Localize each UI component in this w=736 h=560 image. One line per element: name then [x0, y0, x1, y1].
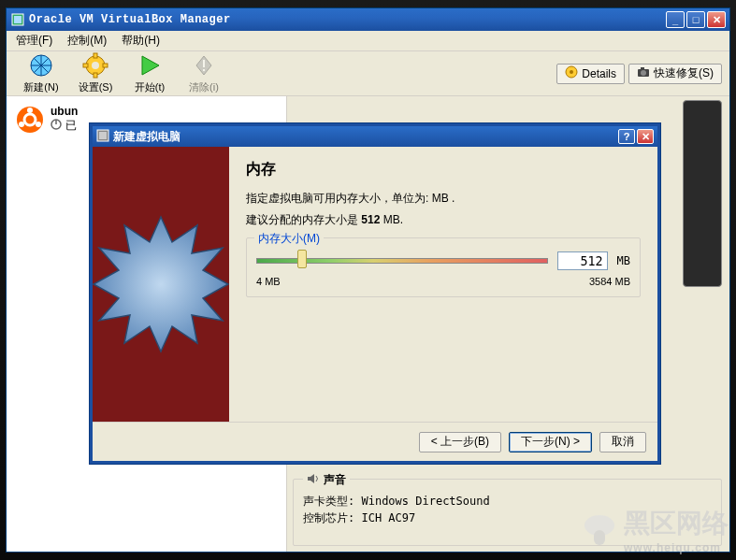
new-icon: [28, 52, 54, 79]
menubar: 管理(F) 控制(M) 帮助(H): [7, 31, 729, 51]
svg-rect-11: [83, 64, 88, 67]
svg-point-15: [570, 70, 573, 74]
help-button[interactable]: ?: [618, 129, 635, 144]
wizard-sidebar: [93, 147, 229, 422]
svg-marker-26: [308, 474, 314, 483]
toolbar-new[interactable]: 新建(N): [14, 52, 68, 94]
reco-prefix: 建议分配的内存大小是: [246, 213, 361, 226]
app-icon: [10, 12, 25, 27]
svg-point-23: [36, 122, 41, 127]
vm-state: 已: [65, 118, 77, 134]
svg-rect-28: [99, 132, 107, 139]
slider-max: 3584 MB: [589, 276, 630, 287]
sound-type-value: Windows DirectSound: [361, 495, 489, 508]
ubuntu-icon: [15, 105, 45, 135]
svg-marker-13: [142, 56, 159, 75]
discard-icon: [191, 52, 217, 79]
wizard-titlebar[interactable]: 新建虚拟电脑 ? ✕: [93, 126, 657, 147]
memory-field: 内存大小(M) MB 4 MB 3584 MB: [246, 237, 641, 297]
wizard-heading: 内存: [246, 160, 641, 179]
slider-min: 4 MB: [256, 276, 281, 287]
svg-point-17: [641, 70, 646, 76]
toolbar-discard-label: 清除(i): [189, 80, 219, 94]
svg-point-22: [19, 122, 24, 127]
toolbar-start-label: 开始(t): [135, 80, 165, 94]
memory-legend: 内存大小(M): [254, 231, 324, 247]
svg-rect-9: [94, 53, 97, 58]
memory-slider[interactable]: [256, 251, 548, 270]
sound-title: 声音: [324, 472, 346, 488]
menu-machine[interactable]: 控制(M): [64, 31, 110, 50]
wizard-content: 内存 指定虚拟电脑可用内存大小，单位为: MB . 建议分配的内存大小是 512…: [229, 147, 657, 422]
menu-help[interactable]: 帮助(H): [118, 31, 164, 50]
window-title: Oracle VM VirtualBox Manager: [29, 13, 666, 26]
svg-rect-12: [103, 64, 108, 67]
gear-icon: [82, 52, 108, 79]
maximize-button[interactable]: □: [686, 11, 705, 28]
speaker-icon: [307, 472, 320, 488]
wizard-footer: < 上一步(B) 下一步(N) > 取消: [93, 422, 657, 461]
vm-name: ubun: [51, 105, 78, 118]
details-icon: [565, 65, 578, 81]
sound-type-label: 声卡类型:: [303, 495, 361, 508]
reco-suffix: MB.: [380, 213, 403, 226]
play-icon: [137, 52, 163, 79]
memory-unit: MB: [617, 254, 630, 267]
reco-value: 512: [361, 213, 380, 226]
next-button[interactable]: 下一步(N) >: [509, 432, 592, 452]
svg-marker-29: [94, 217, 228, 352]
minimize-button[interactable]: _: [666, 11, 685, 28]
toolbar: 新建(N) 设置(S) 开始(t) 清除(i): [7, 51, 729, 96]
snapshot-button[interactable]: 快速修复(S): [628, 64, 722, 84]
cancel-button[interactable]: 取消: [599, 432, 646, 452]
preview-thumbnail: [683, 100, 722, 287]
wizard-close-button[interactable]: ✕: [637, 129, 654, 144]
menu-file[interactable]: 管理(F): [12, 31, 56, 50]
sound-group: 声音 声卡类型: Windows DirectSound 控制芯片: ICH A…: [293, 479, 722, 546]
svg-point-8: [92, 62, 99, 69]
toolbar-settings[interactable]: 设置(S): [68, 52, 123, 94]
toolbar-start[interactable]: 开始(t): [123, 52, 177, 94]
details-label: Details: [582, 67, 616, 80]
svg-rect-10: [94, 73, 97, 78]
close-button[interactable]: ✕: [707, 11, 726, 28]
svg-rect-1: [14, 16, 22, 23]
power-icon: [51, 119, 62, 133]
wizard-title: 新建虚拟电脑: [113, 129, 180, 145]
svg-rect-18: [641, 67, 644, 70]
back-button[interactable]: < 上一步(B): [419, 432, 501, 452]
toolbar-settings-label: 设置(S): [79, 80, 113, 94]
toolbar-new-label: 新建(N): [23, 80, 58, 94]
camera-icon: [637, 65, 650, 81]
wizard-icon: [96, 129, 109, 145]
wizard-desc: 指定虚拟电脑可用内存大小，单位为: MB .: [246, 191, 641, 207]
svg-point-21: [27, 108, 33, 113]
memory-input[interactable]: [557, 251, 608, 270]
snapshot-label: 快速修复(S): [654, 65, 714, 81]
sound-chip-label: 控制芯片:: [303, 511, 361, 524]
titlebar[interactable]: Oracle VM VirtualBox Manager _ □ ✕: [7, 8, 729, 31]
toolbar-discard[interactable]: 清除(i): [177, 52, 231, 94]
new-vm-wizard: 新建虚拟电脑 ? ✕ 内存 指定虚拟电脑可用内存大小，单位为: MB . 建议分…: [90, 123, 660, 464]
sound-chip-value: ICH AC97: [361, 511, 415, 524]
details-button[interactable]: Details: [556, 64, 625, 84]
